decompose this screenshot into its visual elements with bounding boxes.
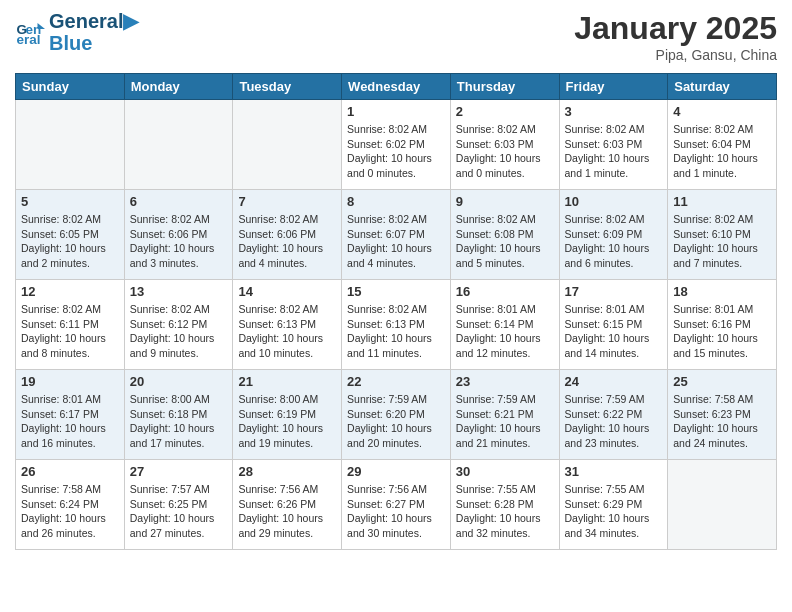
calendar-header-row: SundayMondayTuesdayWednesdayThursdayFrid… <box>16 74 777 100</box>
day-info-line: Daylight: 10 hours <box>21 242 106 254</box>
day-info: Sunrise: 8:02 AMSunset: 6:04 PMDaylight:… <box>673 122 771 181</box>
day-number: 13 <box>130 284 228 299</box>
day-number: 3 <box>565 104 663 119</box>
day-info-line: Sunrise: 7:55 AM <box>456 483 536 495</box>
day-info-line: Daylight: 10 hours <box>565 152 650 164</box>
day-info-line: and 14 minutes. <box>565 347 640 359</box>
calendar-cell: 13Sunrise: 8:02 AMSunset: 6:12 PMDayligh… <box>124 280 233 370</box>
day-info-line: Sunset: 6:08 PM <box>456 228 534 240</box>
calendar-cell: 11Sunrise: 8:02 AMSunset: 6:10 PMDayligh… <box>668 190 777 280</box>
day-info-line: Sunset: 6:19 PM <box>238 408 316 420</box>
day-info-line: and 7 minutes. <box>673 257 742 269</box>
day-info-line: Sunrise: 8:02 AM <box>456 213 536 225</box>
day-number: 31 <box>565 464 663 479</box>
day-number: 2 <box>456 104 554 119</box>
day-info-line: and 5 minutes. <box>456 257 525 269</box>
day-info-line: Daylight: 10 hours <box>347 332 432 344</box>
day-info-line: and 32 minutes. <box>456 527 531 539</box>
day-info: Sunrise: 8:02 AMSunset: 6:03 PMDaylight:… <box>565 122 663 181</box>
day-info-line: and 1 minute. <box>565 167 629 179</box>
day-info-line: Daylight: 10 hours <box>565 332 650 344</box>
day-info-line: Daylight: 10 hours <box>21 332 106 344</box>
day-info-line: and 11 minutes. <box>347 347 422 359</box>
day-info: Sunrise: 7:57 AMSunset: 6:25 PMDaylight:… <box>130 482 228 541</box>
day-number: 24 <box>565 374 663 389</box>
day-info-line: and 16 minutes. <box>21 437 96 449</box>
day-number: 10 <box>565 194 663 209</box>
day-number: 25 <box>673 374 771 389</box>
day-info-line: Sunrise: 8:01 AM <box>21 393 101 405</box>
day-info: Sunrise: 7:56 AMSunset: 6:27 PMDaylight:… <box>347 482 445 541</box>
calendar-cell: 28Sunrise: 7:56 AMSunset: 6:26 PMDayligh… <box>233 460 342 550</box>
calendar-cell: 12Sunrise: 8:02 AMSunset: 6:11 PMDayligh… <box>16 280 125 370</box>
day-info-line: and 4 minutes. <box>347 257 416 269</box>
calendar-week-row: 12Sunrise: 8:02 AMSunset: 6:11 PMDayligh… <box>16 280 777 370</box>
calendar-cell: 26Sunrise: 7:58 AMSunset: 6:24 PMDayligh… <box>16 460 125 550</box>
day-number: 28 <box>238 464 336 479</box>
day-info-line: and 1 minute. <box>673 167 737 179</box>
location-subtitle: Pipa, Gansu, China <box>574 47 777 63</box>
day-info: Sunrise: 7:59 AMSunset: 6:22 PMDaylight:… <box>565 392 663 451</box>
calendar-cell: 10Sunrise: 8:02 AMSunset: 6:09 PMDayligh… <box>559 190 668 280</box>
calendar-cell: 1Sunrise: 8:02 AMSunset: 6:02 PMDaylight… <box>342 100 451 190</box>
day-info-line: Sunrise: 7:56 AM <box>238 483 318 495</box>
calendar-cell: 5Sunrise: 8:02 AMSunset: 6:05 PMDaylight… <box>16 190 125 280</box>
day-info: Sunrise: 8:02 AMSunset: 6:06 PMDaylight:… <box>130 212 228 271</box>
day-info-line: Sunset: 6:07 PM <box>347 228 425 240</box>
calendar-cell: 25Sunrise: 7:58 AMSunset: 6:23 PMDayligh… <box>668 370 777 460</box>
day-info-line: and 9 minutes. <box>130 347 199 359</box>
day-info: Sunrise: 8:02 AMSunset: 6:10 PMDaylight:… <box>673 212 771 271</box>
day-info: Sunrise: 7:59 AMSunset: 6:21 PMDaylight:… <box>456 392 554 451</box>
calendar-cell: 20Sunrise: 8:00 AMSunset: 6:18 PMDayligh… <box>124 370 233 460</box>
day-info-line: Sunset: 6:06 PM <box>130 228 208 240</box>
day-info: Sunrise: 8:02 AMSunset: 6:06 PMDaylight:… <box>238 212 336 271</box>
day-info-line: Sunrise: 7:59 AM <box>565 393 645 405</box>
svg-text:eral: eral <box>17 32 41 47</box>
day-info-line: Sunset: 6:26 PM <box>238 498 316 510</box>
day-info-line: Sunrise: 8:02 AM <box>130 303 210 315</box>
day-info-line: and 21 minutes. <box>456 437 531 449</box>
day-info-line: Sunset: 6:23 PM <box>673 408 751 420</box>
day-info: Sunrise: 8:02 AMSunset: 6:09 PMDaylight:… <box>565 212 663 271</box>
day-info-line: Daylight: 10 hours <box>347 512 432 524</box>
day-info-line: Daylight: 10 hours <box>456 242 541 254</box>
day-number: 11 <box>673 194 771 209</box>
day-info-line: and 0 minutes. <box>347 167 416 179</box>
day-info-line: Daylight: 10 hours <box>238 512 323 524</box>
day-info: Sunrise: 8:01 AMSunset: 6:16 PMDaylight:… <box>673 302 771 361</box>
day-number: 17 <box>565 284 663 299</box>
day-info: Sunrise: 8:01 AMSunset: 6:14 PMDaylight:… <box>456 302 554 361</box>
day-info-line: Daylight: 10 hours <box>673 422 758 434</box>
logo: G en eral General▶ Blue <box>15 10 138 54</box>
day-number: 29 <box>347 464 445 479</box>
day-info-line: and 29 minutes. <box>238 527 313 539</box>
day-info-line: and 15 minutes. <box>673 347 748 359</box>
day-info-line: Sunset: 6:12 PM <box>130 318 208 330</box>
day-info-line: and 10 minutes. <box>238 347 313 359</box>
day-number: 15 <box>347 284 445 299</box>
day-info-line: Daylight: 10 hours <box>565 242 650 254</box>
day-number: 26 <box>21 464 119 479</box>
day-info-line: Daylight: 10 hours <box>130 422 215 434</box>
day-info: Sunrise: 8:00 AMSunset: 6:18 PMDaylight:… <box>130 392 228 451</box>
day-info-line: and 17 minutes. <box>130 437 205 449</box>
day-info: Sunrise: 7:55 AMSunset: 6:28 PMDaylight:… <box>456 482 554 541</box>
page-container: G en eral General▶ Blue January 2025 Pip… <box>0 0 792 560</box>
day-number: 22 <box>347 374 445 389</box>
calendar-cell: 29Sunrise: 7:56 AMSunset: 6:27 PMDayligh… <box>342 460 451 550</box>
day-info-line: Sunset: 6:15 PM <box>565 318 643 330</box>
day-info-line: Sunrise: 8:02 AM <box>238 213 318 225</box>
title-block: January 2025 Pipa, Gansu, China <box>574 10 777 63</box>
day-info-line: Daylight: 10 hours <box>456 512 541 524</box>
day-info-line: Sunrise: 8:02 AM <box>21 303 101 315</box>
day-info-line: Sunrise: 8:01 AM <box>565 303 645 315</box>
calendar-cell: 24Sunrise: 7:59 AMSunset: 6:22 PMDayligh… <box>559 370 668 460</box>
day-info: Sunrise: 8:01 AMSunset: 6:15 PMDaylight:… <box>565 302 663 361</box>
day-info-line: Sunset: 6:09 PM <box>565 228 643 240</box>
day-info-line: Sunrise: 7:55 AM <box>565 483 645 495</box>
day-info-line: Sunrise: 8:02 AM <box>673 213 753 225</box>
logo-general: General <box>49 10 123 32</box>
day-info-line: Daylight: 10 hours <box>130 332 215 344</box>
day-info-line: Sunrise: 8:02 AM <box>565 123 645 135</box>
day-info-line: Daylight: 10 hours <box>673 332 758 344</box>
